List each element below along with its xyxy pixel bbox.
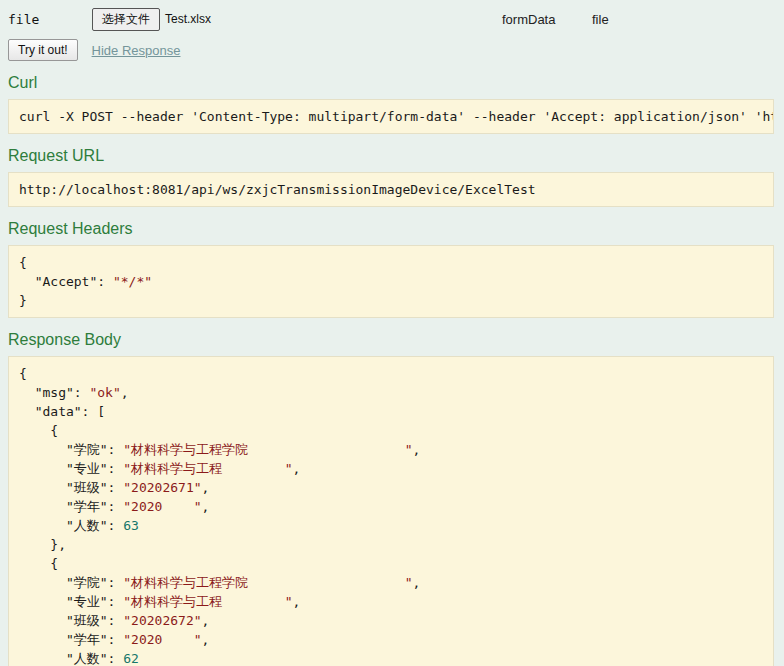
try-it-out-button[interactable]: Try it out! <box>8 39 78 61</box>
request-url-box: http://localhost:8081/api/ws/zxjcTransmi… <box>8 172 774 207</box>
request-headers-text: { "Accept": "*/*" } <box>19 253 763 310</box>
parameter-type: formData <box>502 12 592 27</box>
curl-command-box[interactable]: curl -X POST --header 'Content-Type: mul… <box>8 99 774 134</box>
parameter-data-type: file <box>592 12 774 27</box>
file-input[interactable]: 选择文件 Test.xlsx <box>92 8 502 31</box>
curl-section-heading: Curl <box>8 74 774 92</box>
actions-row: Try it out! Hide Response <box>8 39 774 61</box>
parameter-name: file <box>8 12 92 27</box>
response-body-text: { "msg": "ok", "data": [ { "学院": "材料科学与工… <box>19 364 763 666</box>
request-url-text: http://localhost:8081/api/ws/zxjcTransmi… <box>19 180 763 199</box>
response-body-section-heading: Response Body <box>8 331 774 349</box>
swagger-operation-panel: file 选择文件 Test.xlsx formData file Try it… <box>0 0 784 666</box>
choose-file-button[interactable]: 选择文件 <box>92 8 160 31</box>
response-body-box[interactable]: { "msg": "ok", "data": [ { "学院": "材料科学与工… <box>8 356 774 666</box>
request-url-section-heading: Request URL <box>8 147 774 165</box>
hide-response-link[interactable]: Hide Response <box>92 43 181 58</box>
parameter-row: file 选择文件 Test.xlsx formData file <box>8 8 774 30</box>
curl-command-text: curl -X POST --header 'Content-Type: mul… <box>19 107 763 126</box>
request-headers-box: { "Accept": "*/*" } <box>8 245 774 318</box>
request-headers-section-heading: Request Headers <box>8 220 774 238</box>
selected-file-name: Test.xlsx <box>165 12 211 26</box>
